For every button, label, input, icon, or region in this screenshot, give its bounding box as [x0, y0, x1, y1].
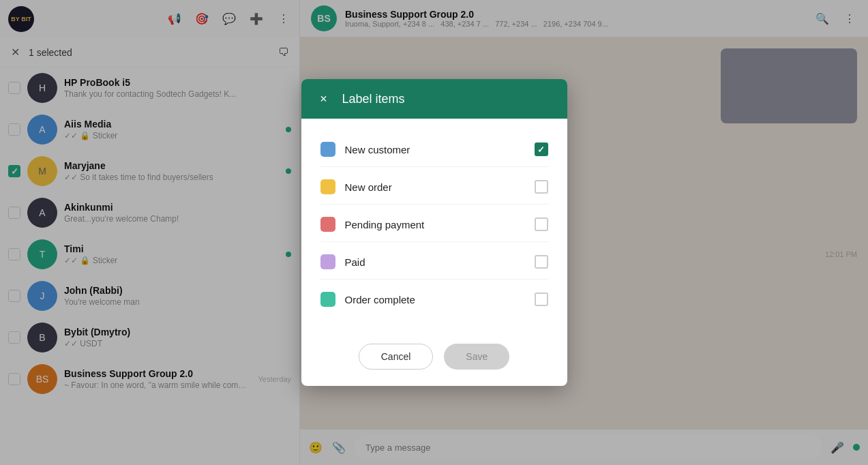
- label-row-pending-payment[interactable]: Pending payment: [320, 207, 548, 242]
- label-checkbox-new-customer[interactable]: ✓: [535, 142, 548, 156]
- label-color-pending-payment: [320, 217, 335, 232]
- label-name-paid: Paid: [345, 256, 525, 268]
- cancel-button[interactable]: Cancel: [359, 344, 434, 370]
- label-checkbox-paid[interactable]: [535, 255, 548, 269]
- modal-title: Label items: [342, 92, 405, 106]
- modal-body: New customer ✓ New order Pending payment: [301, 119, 567, 330]
- label-name-order-complete: Order complete: [345, 294, 525, 305]
- save-button[interactable]: Save: [444, 344, 509, 370]
- checkmark-icon: ✓: [537, 145, 545, 155]
- modal-overlay[interactable]: × Label items New customer ✓ New order: [0, 0, 868, 465]
- modal-header: × Label items: [301, 79, 567, 119]
- label-name-pending-payment: Pending payment: [345, 219, 525, 230]
- label-color-order-complete: [320, 292, 335, 307]
- label-color-new-order: [320, 179, 335, 194]
- modal-close-button[interactable]: ×: [315, 90, 333, 108]
- label-checkbox-new-order[interactable]: [535, 180, 548, 194]
- label-row-new-order[interactable]: New order: [320, 170, 548, 205]
- label-name-new-customer: New customer: [345, 144, 525, 155]
- label-checkbox-order-complete[interactable]: [535, 292, 548, 306]
- label-row-order-complete[interactable]: Order complete: [320, 282, 548, 316]
- modal-footer: Cancel Save: [301, 330, 567, 386]
- label-color-paid: [320, 254, 335, 269]
- label-name-new-order: New order: [345, 181, 525, 193]
- label-items-modal: × Label items New customer ✓ New order: [301, 79, 567, 386]
- label-checkbox-pending-payment[interactable]: [535, 217, 548, 231]
- label-color-new-customer: [320, 142, 335, 157]
- label-row-paid[interactable]: Paid: [320, 245, 548, 280]
- label-row-new-customer[interactable]: New customer ✓: [320, 132, 548, 167]
